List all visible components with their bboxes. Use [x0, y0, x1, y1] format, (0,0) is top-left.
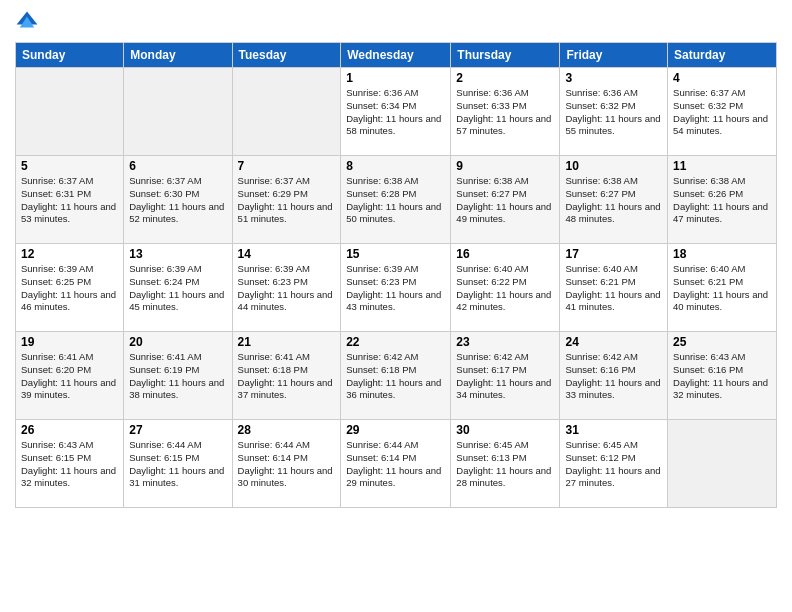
day-info: Sunrise: 6:41 AMSunset: 6:20 PMDaylight:…: [21, 351, 118, 402]
day-info: Sunrise: 6:40 AMSunset: 6:21 PMDaylight:…: [673, 263, 771, 314]
day-number: 29: [346, 423, 445, 437]
day-number: 18: [673, 247, 771, 261]
calendar-cell: 3Sunrise: 6:36 AMSunset: 6:32 PMDaylight…: [560, 68, 668, 156]
day-number: 1: [346, 71, 445, 85]
calendar-week-row: 1Sunrise: 6:36 AMSunset: 6:34 PMDaylight…: [16, 68, 777, 156]
calendar-cell: [16, 68, 124, 156]
calendar-cell: 13Sunrise: 6:39 AMSunset: 6:24 PMDayligh…: [124, 244, 232, 332]
day-number: 21: [238, 335, 336, 349]
col-sunday: Sunday: [16, 43, 124, 68]
calendar-cell: 1Sunrise: 6:36 AMSunset: 6:34 PMDaylight…: [341, 68, 451, 156]
day-number: 4: [673, 71, 771, 85]
day-number: 30: [456, 423, 554, 437]
calendar-cell: 16Sunrise: 6:40 AMSunset: 6:22 PMDayligh…: [451, 244, 560, 332]
day-info: Sunrise: 6:39 AMSunset: 6:23 PMDaylight:…: [346, 263, 445, 314]
day-info: Sunrise: 6:37 AMSunset: 6:29 PMDaylight:…: [238, 175, 336, 226]
day-info: Sunrise: 6:36 AMSunset: 6:33 PMDaylight:…: [456, 87, 554, 138]
calendar-cell: 31Sunrise: 6:45 AMSunset: 6:12 PMDayligh…: [560, 420, 668, 508]
day-number: 7: [238, 159, 336, 173]
day-number: 6: [129, 159, 226, 173]
day-number: 5: [21, 159, 118, 173]
day-info: Sunrise: 6:39 AMSunset: 6:24 PMDaylight:…: [129, 263, 226, 314]
col-friday: Friday: [560, 43, 668, 68]
day-info: Sunrise: 6:45 AMSunset: 6:12 PMDaylight:…: [565, 439, 662, 490]
day-number: 17: [565, 247, 662, 261]
calendar-cell: [668, 420, 777, 508]
day-number: 9: [456, 159, 554, 173]
day-info: Sunrise: 6:40 AMSunset: 6:22 PMDaylight:…: [456, 263, 554, 314]
calendar-cell: 11Sunrise: 6:38 AMSunset: 6:26 PMDayligh…: [668, 156, 777, 244]
day-number: 16: [456, 247, 554, 261]
day-number: 20: [129, 335, 226, 349]
day-number: 28: [238, 423, 336, 437]
calendar-cell: 2Sunrise: 6:36 AMSunset: 6:33 PMDaylight…: [451, 68, 560, 156]
day-info: Sunrise: 6:37 AMSunset: 6:31 PMDaylight:…: [21, 175, 118, 226]
day-number: 31: [565, 423, 662, 437]
calendar-week-row: 19Sunrise: 6:41 AMSunset: 6:20 PMDayligh…: [16, 332, 777, 420]
day-number: 13: [129, 247, 226, 261]
day-info: Sunrise: 6:36 AMSunset: 6:34 PMDaylight:…: [346, 87, 445, 138]
calendar-cell: [124, 68, 232, 156]
col-monday: Monday: [124, 43, 232, 68]
calendar-cell: [232, 68, 341, 156]
calendar-cell: 25Sunrise: 6:43 AMSunset: 6:16 PMDayligh…: [668, 332, 777, 420]
calendar-cell: 22Sunrise: 6:42 AMSunset: 6:18 PMDayligh…: [341, 332, 451, 420]
day-info: Sunrise: 6:38 AMSunset: 6:28 PMDaylight:…: [346, 175, 445, 226]
calendar-week-row: 12Sunrise: 6:39 AMSunset: 6:25 PMDayligh…: [16, 244, 777, 332]
calendar-cell: 6Sunrise: 6:37 AMSunset: 6:30 PMDaylight…: [124, 156, 232, 244]
day-info: Sunrise: 6:44 AMSunset: 6:14 PMDaylight:…: [346, 439, 445, 490]
calendar-cell: 4Sunrise: 6:37 AMSunset: 6:32 PMDaylight…: [668, 68, 777, 156]
day-info: Sunrise: 6:43 AMSunset: 6:15 PMDaylight:…: [21, 439, 118, 490]
calendar-cell: 14Sunrise: 6:39 AMSunset: 6:23 PMDayligh…: [232, 244, 341, 332]
calendar-cell: 18Sunrise: 6:40 AMSunset: 6:21 PMDayligh…: [668, 244, 777, 332]
day-number: 2: [456, 71, 554, 85]
day-info: Sunrise: 6:39 AMSunset: 6:23 PMDaylight:…: [238, 263, 336, 314]
col-tuesday: Tuesday: [232, 43, 341, 68]
day-number: 19: [21, 335, 118, 349]
calendar-cell: 10Sunrise: 6:38 AMSunset: 6:27 PMDayligh…: [560, 156, 668, 244]
day-info: Sunrise: 6:41 AMSunset: 6:19 PMDaylight:…: [129, 351, 226, 402]
day-number: 10: [565, 159, 662, 173]
day-number: 23: [456, 335, 554, 349]
day-number: 14: [238, 247, 336, 261]
calendar-cell: 30Sunrise: 6:45 AMSunset: 6:13 PMDayligh…: [451, 420, 560, 508]
col-thursday: Thursday: [451, 43, 560, 68]
calendar-cell: 7Sunrise: 6:37 AMSunset: 6:29 PMDaylight…: [232, 156, 341, 244]
day-info: Sunrise: 6:41 AMSunset: 6:18 PMDaylight:…: [238, 351, 336, 402]
col-saturday: Saturday: [668, 43, 777, 68]
day-number: 3: [565, 71, 662, 85]
calendar-cell: 20Sunrise: 6:41 AMSunset: 6:19 PMDayligh…: [124, 332, 232, 420]
calendar-cell: 23Sunrise: 6:42 AMSunset: 6:17 PMDayligh…: [451, 332, 560, 420]
calendar-cell: 27Sunrise: 6:44 AMSunset: 6:15 PMDayligh…: [124, 420, 232, 508]
day-info: Sunrise: 6:43 AMSunset: 6:16 PMDaylight:…: [673, 351, 771, 402]
day-number: 27: [129, 423, 226, 437]
calendar-cell: 5Sunrise: 6:37 AMSunset: 6:31 PMDaylight…: [16, 156, 124, 244]
calendar-cell: 17Sunrise: 6:40 AMSunset: 6:21 PMDayligh…: [560, 244, 668, 332]
day-info: Sunrise: 6:37 AMSunset: 6:30 PMDaylight:…: [129, 175, 226, 226]
day-number: 26: [21, 423, 118, 437]
day-number: 11: [673, 159, 771, 173]
day-info: Sunrise: 6:42 AMSunset: 6:16 PMDaylight:…: [565, 351, 662, 402]
day-number: 15: [346, 247, 445, 261]
calendar-cell: 28Sunrise: 6:44 AMSunset: 6:14 PMDayligh…: [232, 420, 341, 508]
day-number: 12: [21, 247, 118, 261]
day-number: 24: [565, 335, 662, 349]
calendar-cell: 15Sunrise: 6:39 AMSunset: 6:23 PMDayligh…: [341, 244, 451, 332]
calendar-cell: 24Sunrise: 6:42 AMSunset: 6:16 PMDayligh…: [560, 332, 668, 420]
day-number: 22: [346, 335, 445, 349]
calendar-cell: 26Sunrise: 6:43 AMSunset: 6:15 PMDayligh…: [16, 420, 124, 508]
day-number: 25: [673, 335, 771, 349]
calendar-week-row: 26Sunrise: 6:43 AMSunset: 6:15 PMDayligh…: [16, 420, 777, 508]
col-wednesday: Wednesday: [341, 43, 451, 68]
day-info: Sunrise: 6:39 AMSunset: 6:25 PMDaylight:…: [21, 263, 118, 314]
day-info: Sunrise: 6:45 AMSunset: 6:13 PMDaylight:…: [456, 439, 554, 490]
day-info: Sunrise: 6:38 AMSunset: 6:26 PMDaylight:…: [673, 175, 771, 226]
page: Sunday Monday Tuesday Wednesday Thursday…: [0, 0, 792, 612]
day-number: 8: [346, 159, 445, 173]
day-info: Sunrise: 6:38 AMSunset: 6:27 PMDaylight:…: [565, 175, 662, 226]
day-info: Sunrise: 6:38 AMSunset: 6:27 PMDaylight:…: [456, 175, 554, 226]
calendar-cell: 21Sunrise: 6:41 AMSunset: 6:18 PMDayligh…: [232, 332, 341, 420]
calendar-week-row: 5Sunrise: 6:37 AMSunset: 6:31 PMDaylight…: [16, 156, 777, 244]
day-info: Sunrise: 6:37 AMSunset: 6:32 PMDaylight:…: [673, 87, 771, 138]
calendar-header-row: Sunday Monday Tuesday Wednesday Thursday…: [16, 43, 777, 68]
